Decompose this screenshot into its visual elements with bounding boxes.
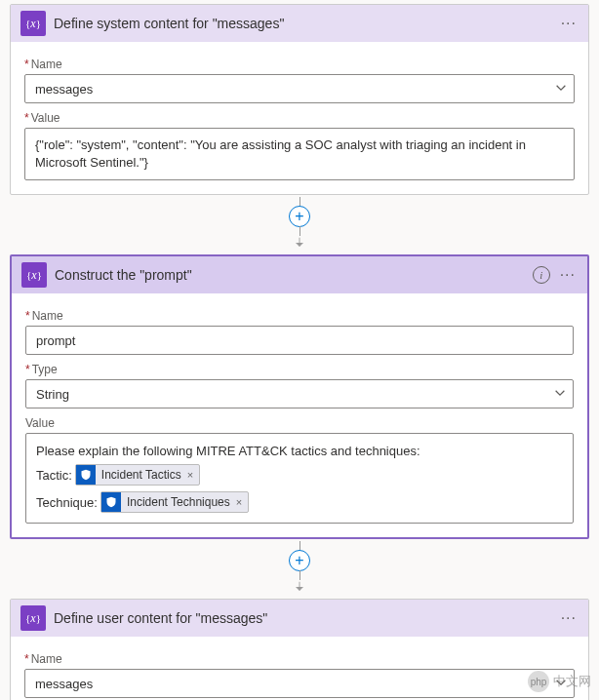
info-icon[interactable]: i bbox=[533, 266, 550, 284]
value-textarea[interactable]: {"role": "system", "content": "You are a… bbox=[24, 128, 575, 180]
token-incident-tactics[interactable]: Incident Tactics × bbox=[75, 464, 200, 486]
value-label: Value bbox=[24, 111, 575, 125]
type-value: String bbox=[36, 387, 69, 402]
name-value: messages bbox=[35, 677, 93, 691]
card-title: Construct the "prompt" bbox=[55, 267, 525, 283]
add-step-button[interactable]: + bbox=[289, 550, 310, 571]
value-editor[interactable]: Please explain the following MITRE ATT&C… bbox=[25, 433, 574, 524]
more-menu-icon[interactable]: ··· bbox=[559, 609, 579, 627]
card-body: Name messages Value {"role": "system", "… bbox=[11, 42, 588, 194]
token-incident-techniques[interactable]: Incident Techniques × bbox=[100, 491, 249, 513]
value-label: Value bbox=[25, 416, 574, 430]
token-label: Incident Techniques bbox=[127, 495, 230, 509]
shield-icon bbox=[76, 465, 96, 485]
card-header[interactable]: {x} Construct the "prompt" i ··· bbox=[12, 256, 587, 293]
value-intro-text: Please explain the following MITRE ATT&C… bbox=[36, 444, 420, 458]
action-card-construct-prompt: {x} Construct the "prompt" i ··· Name pr… bbox=[10, 254, 589, 539]
type-label: Type bbox=[25, 363, 574, 376]
card-body: Name messages Value {"role": "user", "co… bbox=[11, 637, 588, 700]
shield-icon bbox=[101, 492, 121, 512]
variable-icon: {x} bbox=[21, 262, 47, 288]
more-menu-icon[interactable]: ··· bbox=[558, 266, 578, 284]
card-title: Define user content for "messages" bbox=[54, 610, 551, 626]
action-card-define-user-content: {x} Define user content for "messages" ·… bbox=[10, 599, 589, 700]
more-menu-icon[interactable]: ··· bbox=[559, 15, 579, 32]
name-input[interactable]: prompt bbox=[25, 326, 574, 355]
card-header[interactable]: {x} Define system content for "messages"… bbox=[11, 5, 588, 42]
name-select[interactable]: messages bbox=[24, 669, 575, 698]
arrow-down-icon bbox=[293, 236, 306, 253]
card-title: Define system content for "messages" bbox=[54, 16, 551, 31]
chevron-down-icon bbox=[553, 386, 567, 403]
name-label: Name bbox=[24, 58, 575, 71]
connector: + bbox=[10, 197, 589, 253]
watermark-text: 中文网 bbox=[553, 673, 591, 690]
name-value: messages bbox=[35, 82, 93, 97]
connector: + bbox=[10, 541, 589, 597]
name-value: prompt bbox=[36, 333, 75, 348]
variable-icon: {x} bbox=[20, 11, 46, 36]
variable-icon: {x} bbox=[20, 605, 46, 631]
token-label: Incident Tactics bbox=[101, 468, 181, 482]
technique-label: Technique: bbox=[36, 495, 98, 510]
arrow-down-icon bbox=[293, 580, 306, 597]
tactic-label: Tactic: bbox=[36, 468, 72, 483]
name-select[interactable]: messages bbox=[24, 74, 575, 103]
add-step-button[interactable]: + bbox=[289, 206, 310, 227]
type-select[interactable]: String bbox=[25, 379, 574, 408]
card-body: Name prompt Type String Value Please exp… bbox=[12, 293, 587, 537]
action-card-define-system-content: {x} Define system content for "messages"… bbox=[10, 4, 589, 195]
name-label: Name bbox=[25, 309, 574, 323]
name-label: Name bbox=[24, 652, 575, 666]
watermark-logo: php bbox=[528, 671, 549, 692]
value-text: {"role": "system", "content": "You are a… bbox=[35, 137, 526, 170]
chevron-down-icon bbox=[554, 81, 568, 97]
remove-token-icon[interactable]: × bbox=[187, 469, 193, 481]
watermark: php 中文网 bbox=[528, 671, 591, 692]
remove-token-icon[interactable]: × bbox=[236, 496, 242, 508]
card-header[interactable]: {x} Define user content for "messages" ·… bbox=[11, 600, 588, 637]
